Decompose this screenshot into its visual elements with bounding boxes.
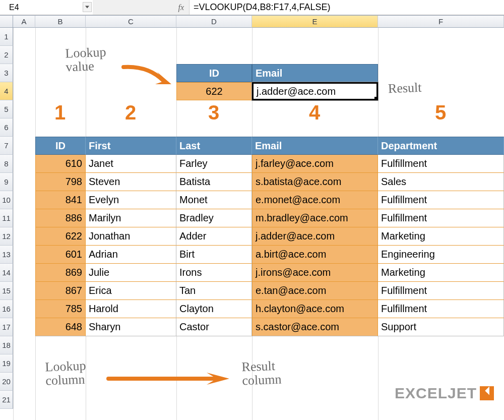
table-row-last[interactable]: Irons <box>176 264 252 282</box>
table-row-department[interactable]: Sales <box>378 173 504 191</box>
row-header-8[interactable]: 8 <box>0 155 13 173</box>
table-row-last[interactable]: Castor <box>176 318 252 336</box>
column-header-D[interactable]: D <box>176 16 252 28</box>
formula-bar-gap: fx <box>93 0 190 15</box>
table-row-first[interactable]: Adrian <box>86 246 176 264</box>
table-row-first[interactable]: Jonathan <box>86 227 176 246</box>
row-header-2[interactable]: 2 <box>0 46 13 64</box>
table-row-first[interactable]: Erica <box>86 282 176 300</box>
name-box[interactable] <box>0 0 93 15</box>
column-index-3: 3 <box>208 101 219 124</box>
table-header-department[interactable]: Department <box>378 137 504 155</box>
select-all-corner[interactable] <box>0 16 13 28</box>
table-row-department[interactable]: Fulfillment <box>378 300 504 318</box>
lookup-header-id[interactable]: ID <box>176 64 252 82</box>
table-header-first[interactable]: First <box>86 137 176 155</box>
lookup-header-email[interactable]: Email <box>252 64 378 82</box>
formula-input[interactable] <box>190 0 504 15</box>
table-row-department[interactable]: Marketing <box>378 227 504 246</box>
table-row-department[interactable]: Fulfillment <box>378 155 504 173</box>
table-row-last[interactable]: Farley <box>176 155 252 173</box>
table-row-first[interactable]: Harold <box>86 300 176 318</box>
arrow-icon <box>121 63 176 93</box>
logo-icon <box>480 386 494 400</box>
table-row-email[interactable]: a.birt@ace.com <box>252 246 378 264</box>
fx-icon[interactable]: fx <box>178 3 184 12</box>
row-header-14[interactable]: 14 <box>0 264 13 282</box>
table-row-email[interactable]: s.batista@ace.com <box>252 173 378 191</box>
row-header-15[interactable]: 15 <box>0 282 13 300</box>
table-row-first[interactable]: Julie <box>86 264 176 282</box>
column-header-E[interactable]: E <box>252 16 378 28</box>
row-header-21[interactable]: 21 <box>0 391 13 409</box>
table-row-last[interactable]: Adder <box>176 227 252 246</box>
lookup-id-value[interactable]: 622 <box>176 82 252 100</box>
table-row-email[interactable]: j.farley@ace.com <box>252 155 378 173</box>
spreadsheet-grid[interactable]: ABCDEF 123456789101112131415161718192021… <box>0 15 504 420</box>
table-row-department[interactable]: Fulfillment <box>378 282 504 300</box>
row-header-7[interactable]: 7 <box>0 137 13 155</box>
table-row-last[interactable]: Birt <box>176 246 252 264</box>
table-row-id[interactable]: 610 <box>35 155 86 173</box>
table-row-id[interactable]: 867 <box>35 282 86 300</box>
row-header-20[interactable]: 20 <box>0 373 13 391</box>
row-header-5[interactable]: 5 <box>0 100 13 118</box>
row-header-13[interactable]: 13 <box>0 246 13 264</box>
table-row-email[interactable]: s.castor@ace.com <box>252 318 378 336</box>
table-row-first[interactable]: Sharyn <box>86 318 176 336</box>
annotation-lookup-value: Lookup value <box>65 45 107 74</box>
column-header-A[interactable]: A <box>13 16 35 28</box>
table-row-email[interactable]: m.bradley@ace.com <box>252 209 378 227</box>
table-row-email[interactable]: h.clayton@ace.com <box>252 300 378 318</box>
table-row-last[interactable]: Clayton <box>176 300 252 318</box>
row-header-9[interactable]: 9 <box>0 173 13 191</box>
table-row-last[interactable]: Monet <box>176 191 252 209</box>
row-header-3[interactable]: 3 <box>0 64 13 82</box>
column-header-B[interactable]: B <box>35 16 86 28</box>
table-row-id[interactable]: 601 <box>35 246 86 264</box>
table-row-id[interactable]: 886 <box>35 209 86 227</box>
table-row-id[interactable]: 648 <box>35 318 86 336</box>
row-header-18[interactable]: 18 <box>0 336 13 354</box>
row-header-6[interactable]: 6 <box>0 118 13 137</box>
row-header-1[interactable]: 1 <box>0 28 13 46</box>
table-header-id[interactable]: ID <box>35 137 86 155</box>
table-row-last[interactable]: Bradley <box>176 209 252 227</box>
table-row-department[interactable]: Engineering <box>378 246 504 264</box>
table-row-department[interactable]: Fulfillment <box>378 209 504 227</box>
table-row-id[interactable]: 785 <box>35 300 86 318</box>
table-row-department[interactable]: Support <box>378 318 504 336</box>
column-header-F[interactable]: F <box>378 16 504 28</box>
table-row-email[interactable]: j.irons@ace.com <box>252 264 378 282</box>
row-header-11[interactable]: 11 <box>0 209 13 227</box>
name-box-dropdown-icon[interactable] <box>83 2 92 12</box>
table-row-first[interactable]: Evelyn <box>86 191 176 209</box>
table-row-first[interactable]: Marilyn <box>86 209 176 227</box>
active-cell-result[interactable]: j.adder@ace.com <box>252 82 378 100</box>
table-row-id[interactable]: 798 <box>35 173 86 191</box>
name-box-input[interactable] <box>0 0 93 15</box>
table-row-first[interactable]: Steven <box>86 173 176 191</box>
row-header-4[interactable]: 4 <box>0 82 13 100</box>
row-header-16[interactable]: 16 <box>0 300 13 318</box>
row-header-10[interactable]: 10 <box>0 191 13 209</box>
row-header-17[interactable]: 17 <box>0 318 13 336</box>
table-row-department[interactable]: Marketing <box>378 264 504 282</box>
table-row-last[interactable]: Tan <box>176 282 252 300</box>
table-row-first[interactable]: Janet <box>86 155 176 173</box>
table-row-email[interactable]: e.tan@ace.com <box>252 282 378 300</box>
table-header-email[interactable]: Email <box>252 137 378 155</box>
annotation-result-column: Result column <box>241 359 282 388</box>
row-header-19[interactable]: 19 <box>0 354 13 373</box>
table-row-email[interactable]: e.monet@ace.com <box>252 191 378 209</box>
column-header-C[interactable]: C <box>86 16 176 28</box>
table-row-id[interactable]: 869 <box>35 264 86 282</box>
table-row-id[interactable]: 841 <box>35 191 86 209</box>
fill-handle[interactable] <box>374 97 378 100</box>
table-row-last[interactable]: Batista <box>176 173 252 191</box>
table-row-department[interactable]: Fulfillment <box>378 191 504 209</box>
table-row-email[interactable]: j.adder@ace.com <box>252 227 378 246</box>
table-header-last[interactable]: Last <box>176 137 252 155</box>
row-header-12[interactable]: 12 <box>0 227 13 246</box>
table-row-id[interactable]: 622 <box>35 227 86 246</box>
